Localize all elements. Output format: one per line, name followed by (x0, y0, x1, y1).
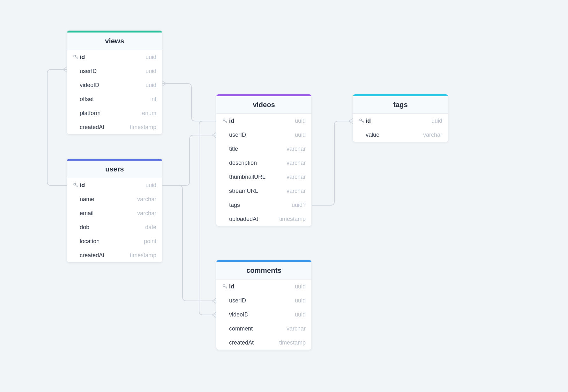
field-type: timestamp (130, 124, 156, 131)
field-name: description (229, 160, 287, 166)
field-name: location (80, 238, 144, 245)
field-name: uploadedAt (229, 216, 279, 222)
er-diagram-canvas: views id uuid userIDuuid videoIDuuid off… (0, 0, 568, 392)
field-name: title (229, 146, 287, 152)
field-row: userIDuuid (67, 64, 162, 78)
field-name: name (80, 196, 137, 203)
field-type: uuid (146, 82, 156, 89)
key-icon (221, 284, 229, 289)
field-row: createdAttimestamp (67, 120, 162, 134)
field-type: date (145, 224, 156, 231)
field-name: dob (80, 224, 145, 231)
entity-fields: id uuid userIDuuid videoIDuuid offsetint… (67, 50, 162, 134)
field-row: createdAttimestamp (216, 336, 311, 350)
field-type: uuid (146, 68, 156, 75)
field-type: enum (142, 110, 156, 117)
svg-point-0 (74, 55, 76, 57)
field-row: valuevarchar (353, 128, 448, 142)
entity-title: views (67, 33, 162, 50)
field-row: descriptionvarchar (216, 156, 311, 170)
field-name: createdAt (80, 252, 130, 259)
field-name: createdAt (80, 124, 130, 131)
field-row: thumbnailURLvarchar (216, 170, 311, 184)
field-name: id (80, 54, 146, 61)
field-row: id uuid (67, 50, 162, 64)
field-type: int (150, 96, 156, 103)
field-type: uuid (295, 283, 306, 290)
field-name: videoID (80, 82, 146, 89)
field-row: streamURLvarchar (216, 184, 311, 198)
field-name: id (229, 118, 295, 124)
field-row: userIDuuid (216, 294, 311, 308)
field-row: id uuid (216, 114, 311, 128)
field-row: createdAttimestamp (67, 248, 162, 262)
field-row: uploadedAttimestamp (216, 212, 311, 226)
field-name: platform (80, 110, 142, 117)
field-row: titlevarchar (216, 142, 311, 156)
field-type: timestamp (130, 252, 156, 259)
field-row: videoIDuuid (67, 78, 162, 92)
field-row: id uuid (216, 279, 311, 294)
field-name: userID (229, 132, 295, 138)
key-icon (71, 54, 80, 60)
field-name: offset (80, 96, 150, 103)
field-row: commentvarchar (216, 322, 311, 336)
entity-fields: id uuid userIDuuid videoIDuuid commentva… (216, 279, 311, 350)
field-row: id uuid (353, 114, 448, 128)
entity-fields: id uuid namevarchar emailvarchar dobdate… (67, 178, 162, 262)
key-icon (357, 118, 366, 124)
entity-fields: id uuid valuevarchar (353, 114, 448, 142)
svg-point-4 (360, 119, 362, 121)
field-row: offsetint (67, 92, 162, 106)
entity-comments[interactable]: comments id uuid userIDuuid videoIDuuid … (216, 260, 312, 350)
field-type: uuid (146, 182, 156, 189)
field-row: emailvarchar (67, 206, 162, 220)
field-name: id (229, 283, 295, 290)
svg-point-3 (223, 285, 225, 287)
entity-title: comments (216, 262, 311, 279)
field-type: varchar (137, 196, 156, 203)
entity-fields: id uuid userIDuuid titlevarchar descript… (216, 114, 311, 226)
field-type: varchar (423, 132, 442, 138)
entity-tags[interactable]: tags id uuid valuevarchar (353, 94, 448, 142)
entity-title: tags (353, 96, 448, 114)
field-row: namevarchar (67, 192, 162, 206)
entity-views[interactable]: views id uuid userIDuuid videoIDuuid off… (67, 30, 162, 134)
field-type: varchar (287, 146, 306, 152)
field-name: email (80, 210, 137, 217)
entity-title: videos (216, 96, 311, 114)
field-row: userIDuuid (216, 128, 311, 142)
field-name: userID (80, 68, 146, 75)
field-row: dobdate (67, 220, 162, 234)
field-name: id (80, 182, 146, 189)
entity-videos[interactable]: videos id uuid userIDuuid titlevarchar d… (216, 94, 312, 226)
field-name: value (366, 132, 423, 138)
field-type: uuid (431, 118, 442, 124)
field-type: timestamp (279, 339, 306, 346)
field-type: uuid (295, 132, 306, 138)
key-icon (221, 118, 229, 124)
field-type: uuid (146, 54, 156, 61)
field-name: streamURL (229, 188, 287, 194)
field-name: createdAt (229, 339, 279, 346)
entity-users[interactable]: users id uuid namevarchar emailvarchar d… (67, 158, 162, 263)
field-name: userID (229, 297, 295, 304)
field-type: uuid? (292, 202, 306, 208)
field-name: thumbnailURL (229, 174, 287, 180)
svg-point-1 (74, 183, 76, 185)
field-type: varchar (287, 188, 306, 194)
field-type: varchar (287, 160, 306, 166)
field-type: uuid (295, 311, 306, 318)
svg-point-2 (223, 119, 225, 121)
field-row: locationpoint (67, 234, 162, 248)
field-type: varchar (287, 325, 306, 332)
field-name: tags (229, 202, 292, 208)
field-type: point (144, 238, 156, 245)
field-type: varchar (137, 210, 156, 217)
field-row: tagsuuid? (216, 198, 311, 212)
field-row: videoIDuuid (216, 308, 311, 322)
key-icon (71, 182, 80, 188)
field-type: uuid (295, 118, 306, 124)
field-type: varchar (287, 174, 306, 180)
entity-title: users (67, 161, 162, 178)
